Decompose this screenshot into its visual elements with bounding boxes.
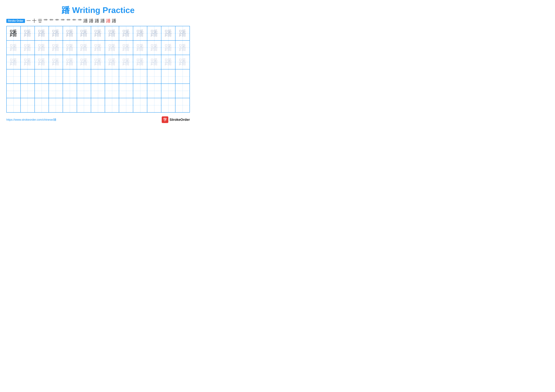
- grid-cell-0-2[interactable]: 蹯: [35, 26, 49, 40]
- grid-cell-4-6[interactable]: [91, 84, 105, 98]
- grid-cell-5-3[interactable]: [49, 98, 63, 112]
- grid-cell-1-7[interactable]: 蹯: [105, 41, 119, 55]
- grid-cell-1-0[interactable]: 蹯: [7, 41, 21, 55]
- grid-cell-0-3[interactable]: 蹯: [49, 26, 63, 40]
- cell-char-0-4: 蹯: [66, 29, 73, 37]
- grid-cell-0-12[interactable]: 蹯: [175, 26, 190, 40]
- grid-cell-3-0[interactable]: [7, 69, 21, 84]
- grid-cell-2-6[interactable]: 蹯: [91, 55, 105, 69]
- grid-cell-3-6[interactable]: [91, 69, 105, 84]
- grid-cell-0-10[interactable]: 蹯: [147, 26, 161, 40]
- grid-cell-5-10[interactable]: [147, 98, 161, 112]
- grid-row-3: [7, 69, 190, 84]
- grid-cell-2-10[interactable]: 蹯: [147, 55, 161, 69]
- grid-cell-1-12[interactable]: 蹯: [175, 41, 190, 55]
- grid-cell-5-8[interactable]: [119, 98, 133, 112]
- grid-cell-4-9[interactable]: [133, 84, 147, 98]
- grid-cell-1-10[interactable]: 蹯: [147, 41, 161, 55]
- grid-cell-3-1[interactable]: [21, 69, 35, 84]
- grid-cell-1-9[interactable]: 蹯: [133, 41, 147, 55]
- grid-cell-5-0[interactable]: [7, 98, 21, 112]
- cell-char-2-6: 蹯: [94, 58, 102, 66]
- grid-cell-4-3[interactable]: [49, 84, 63, 98]
- grid-cell-4-2[interactable]: [35, 84, 49, 98]
- grid-cell-3-10[interactable]: [147, 69, 161, 84]
- grid-cell-3-7[interactable]: [105, 69, 119, 84]
- stroke-step-5: 艹: [54, 19, 60, 23]
- grid-cell-2-9[interactable]: 蹯: [133, 55, 147, 69]
- footer-logo: 字 StrokeOrder: [162, 116, 190, 123]
- footer-url[interactable]: https://www.strokeorder.com/chinese/蹯: [6, 118, 56, 121]
- grid-cell-1-1[interactable]: 蹯: [21, 41, 35, 55]
- grid-cell-5-1[interactable]: [21, 98, 35, 112]
- footer: https://www.strokeorder.com/chinese/蹯 字 …: [6, 116, 190, 123]
- grid-cell-1-4[interactable]: 蹯: [63, 41, 77, 55]
- grid-cell-3-11[interactable]: [161, 69, 175, 84]
- grid-cell-1-3[interactable]: 蹯: [49, 41, 63, 55]
- logo-icon-char: 字: [163, 117, 167, 122]
- grid-cell-3-8[interactable]: [119, 69, 133, 84]
- grid-cell-5-5[interactable]: [77, 98, 91, 112]
- grid-cell-2-4[interactable]: 蹯: [63, 55, 77, 69]
- grid-cell-0-6[interactable]: 蹯: [91, 26, 105, 40]
- grid-cell-0-11[interactable]: 蹯: [161, 26, 175, 40]
- cell-char-1-5: 蹯: [80, 44, 88, 51]
- grid-cell-3-12[interactable]: [175, 69, 190, 84]
- cell-char-2-12: 蹯: [179, 58, 186, 66]
- cell-char-2-3: 蹯: [52, 58, 59, 66]
- grid-cell-1-2[interactable]: 蹯: [35, 41, 49, 55]
- grid-cell-5-2[interactable]: [35, 98, 49, 112]
- grid-cell-4-4[interactable]: [63, 84, 77, 98]
- cell-char-1-9: 蹯: [136, 44, 144, 51]
- grid-cell-0-8[interactable]: 蹯: [119, 26, 133, 40]
- grid-cell-3-4[interactable]: [63, 69, 77, 84]
- grid-cell-0-7[interactable]: 蹯: [105, 26, 119, 40]
- cell-char-2-5: 蹯: [80, 58, 88, 66]
- grid-cell-5-12[interactable]: [175, 98, 190, 112]
- cell-char-1-6: 蹯: [94, 44, 102, 51]
- grid-cell-4-10[interactable]: [147, 84, 161, 98]
- grid-cell-5-4[interactable]: [63, 98, 77, 112]
- grid-cell-3-5[interactable]: [77, 69, 91, 84]
- stroke-step-1: 十: [32, 19, 37, 23]
- grid-cell-1-5[interactable]: 蹯: [77, 41, 91, 55]
- grid-cell-2-5[interactable]: 蹯: [77, 55, 91, 69]
- cell-char-2-8: 蹯: [122, 58, 130, 66]
- grid-cell-0-4[interactable]: 蹯: [63, 26, 77, 40]
- grid-cell-3-9[interactable]: [133, 69, 147, 84]
- grid-cell-5-7[interactable]: [105, 98, 119, 112]
- grid-cell-4-0[interactable]: [7, 84, 21, 98]
- cell-char-0-1: 蹯: [24, 29, 31, 37]
- grid-cell-3-2[interactable]: [35, 69, 49, 84]
- grid-cell-1-8[interactable]: 蹯: [119, 41, 133, 55]
- stroke-step-11: 蹯: [89, 19, 94, 23]
- grid-cell-4-8[interactable]: [119, 84, 133, 98]
- grid-cell-4-7[interactable]: [105, 84, 119, 98]
- grid-cell-2-11[interactable]: 蹯: [161, 55, 175, 69]
- grid-cell-3-3[interactable]: [49, 69, 63, 84]
- grid-cell-5-9[interactable]: [133, 98, 147, 112]
- grid-cell-2-0[interactable]: 蹯: [7, 55, 21, 69]
- grid-cell-1-11[interactable]: 蹯: [161, 41, 175, 55]
- grid-cell-2-12[interactable]: 蹯: [175, 55, 190, 69]
- cell-char-0-6: 蹯: [94, 29, 102, 37]
- grid-cell-2-8[interactable]: 蹯: [119, 55, 133, 69]
- grid-cell-4-11[interactable]: [161, 84, 175, 98]
- grid-cell-0-0[interactable]: 蹯: [7, 26, 21, 40]
- grid-cell-4-1[interactable]: [21, 84, 35, 98]
- grid-cell-4-12[interactable]: [175, 84, 190, 98]
- grid-cell-2-2[interactable]: 蹯: [35, 55, 49, 69]
- grid-cell-5-6[interactable]: [91, 98, 105, 112]
- grid-cell-0-9[interactable]: 蹯: [133, 26, 147, 40]
- grid-cell-2-3[interactable]: 蹯: [49, 55, 63, 69]
- cell-char-0-3: 蹯: [52, 29, 59, 37]
- grid-cell-0-5[interactable]: 蹯: [77, 26, 91, 40]
- grid-cell-5-11[interactable]: [161, 98, 175, 112]
- grid-cell-0-1[interactable]: 蹯: [21, 26, 35, 40]
- grid-cell-2-1[interactable]: 蹯: [21, 55, 35, 69]
- grid-cell-1-6[interactable]: 蹯: [91, 41, 105, 55]
- grid-cell-2-7[interactable]: 蹯: [105, 55, 119, 69]
- stroke-step-9: 艹: [77, 19, 83, 23]
- stroke-step-7: 艹: [66, 19, 71, 23]
- grid-cell-4-5[interactable]: [77, 84, 91, 98]
